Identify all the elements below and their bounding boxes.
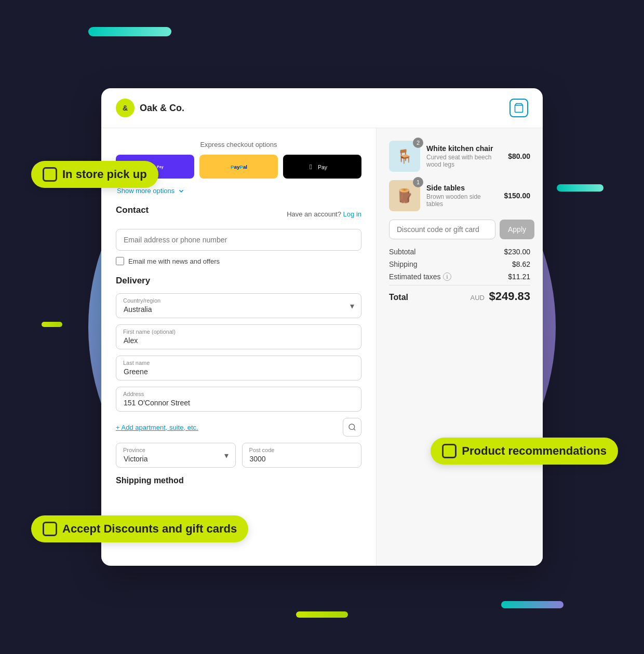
product-recommendations-badge[interactable]: Product recommendations — [431, 438, 618, 465]
search-icon-button[interactable] — [343, 418, 361, 437]
summary-divider — [389, 285, 530, 285]
email-news-checkbox[interactable] — [116, 257, 124, 265]
first-name-wrapper: First name (optional) — [116, 324, 361, 349]
subtotal-label: Subtotal — [389, 248, 415, 256]
item-1-name: White kitchen chair — [426, 144, 502, 153]
right-column: 🪑 2 White kitchen chair Curved seat with… — [377, 128, 543, 566]
order-item-2: 🪵 1 Side tables Brown wooden side tables… — [389, 180, 530, 211]
accept-discounts-label: Accept Discounts and gift cards — [62, 522, 237, 536]
svg-text:Pay: Pay — [317, 164, 327, 170]
province-postcode-row: Province Victoria ▾ Post code — [116, 443, 361, 468]
taxes-label: Estimated taxes — [389, 272, 441, 281]
item-2-name: Side tables — [426, 184, 498, 192]
province-select[interactable]: Victoria — [116, 443, 236, 468]
province-select-wrapper: Province Victoria ▾ — [116, 443, 236, 468]
total-value: $249.83 — [489, 290, 530, 303]
accent-bar-left-mid — [42, 322, 62, 327]
show-more-options[interactable]: Show more options — [117, 187, 361, 195]
last-name-wrapper: Last name — [116, 356, 361, 380]
last-name-input[interactable] — [116, 356, 361, 380]
in-store-pickup-badge[interactable]: In store pick up — [31, 161, 158, 188]
total-label: Total — [389, 293, 408, 302]
taxes-label-row: Estimated taxes ℹ — [389, 272, 451, 281]
svg-text::  — [310, 163, 312, 171]
apple-pay-button[interactable]: Pay  — [283, 155, 361, 179]
subtotal-row: Subtotal $230.00 — [389, 248, 530, 256]
first-name-input[interactable] — [116, 324, 361, 349]
item-2-badge: 1 — [413, 177, 423, 187]
contact-title: Contact — [116, 205, 149, 215]
add-apartment-link[interactable]: + Add apartment, suite, etc. — [116, 424, 198, 431]
taxes-row: Estimated taxes ℹ $11.21 — [389, 272, 530, 281]
item-2-image-wrap: 🪵 1 — [389, 180, 420, 211]
svg-text:PayPal: PayPal — [230, 164, 247, 170]
item-2-price: $150.00 — [504, 192, 530, 200]
cart-icon[interactable] — [509, 99, 528, 117]
product-recommendations-label: Product recommendations — [462, 444, 607, 458]
card-header: & Oak & Co. — [101, 88, 543, 128]
accent-bar-bottom-right — [501, 601, 564, 608]
email-phone-input[interactable] — [116, 229, 361, 251]
accent-bar-bottom-center — [296, 611, 348, 618]
postcode-wrapper: Post code — [242, 443, 362, 468]
show-more-label: Show more options — [117, 187, 175, 195]
country-select[interactable]: Australia — [116, 293, 361, 318]
postcode-input[interactable] — [242, 443, 362, 468]
brand-logo: & Oak & Co. — [116, 99, 184, 117]
subtotal-value: $230.00 — [504, 248, 530, 256]
badge-checkbox-icon-3 — [442, 444, 457, 458]
accent-bar-top — [88, 27, 171, 36]
contact-header-row: Contact Have an account? Log in — [116, 205, 361, 223]
taxes-value: $11.21 — [508, 272, 530, 281]
total-row: Total AUD $249.83 — [389, 290, 530, 303]
have-account-text: Have an account? Log in — [287, 210, 361, 218]
discount-row: Apply — [389, 220, 530, 239]
address-input[interactable] — [116, 387, 361, 412]
accept-discounts-badge[interactable]: Accept Discounts and gift cards — [31, 515, 248, 542]
item-1-badge: 2 — [413, 138, 423, 148]
item-1-price: $80.00 — [508, 152, 530, 160]
badge-checkbox-icon — [43, 167, 57, 182]
total-currency: AUD — [471, 294, 485, 302]
item-1-desc: Curved seat with beech wood legs — [426, 154, 502, 168]
left-column: Express checkout options shop Pay PayPal — [101, 128, 377, 566]
address-wrapper: Address — [116, 387, 361, 412]
shipping-label: Shipping — [389, 260, 418, 268]
svg-point-6 — [349, 424, 355, 430]
svg-line-7 — [354, 429, 355, 430]
shipping-row: Shipping $8.62 — [389, 260, 530, 268]
email-news-label: Email me with news and offers — [128, 257, 220, 265]
item-1-info: White kitchen chair Curved seat with bee… — [426, 144, 502, 168]
delivery-title: Delivery — [116, 276, 361, 286]
order-item-1: 🪑 2 White kitchen chair Curved seat with… — [389, 141, 530, 172]
brand-name: Oak & Co. — [140, 103, 184, 114]
shipping-method-title: Shipping method — [116, 476, 361, 485]
logo-icon: & — [116, 99, 135, 117]
email-news-row: Email me with news and offers — [116, 257, 361, 265]
item-2-info: Side tables Brown wooden side tables — [426, 184, 498, 208]
checkout-card: & Oak & Co. Express checkout options sho… — [101, 88, 543, 566]
item-1-image-wrap: 🪑 2 — [389, 141, 420, 172]
discount-input[interactable] — [389, 220, 495, 239]
shipping-value: $8.62 — [512, 260, 530, 268]
accent-bar-right-mid — [557, 184, 603, 192]
login-link[interactable]: Log in — [343, 210, 361, 218]
chevron-down-icon — [178, 187, 185, 195]
card-body: Express checkout options shop Pay PayPal — [101, 128, 543, 566]
in-store-pickup-label: In store pick up — [62, 168, 147, 181]
paypal-button[interactable]: PayPal — [199, 155, 278, 179]
taxes-info-icon[interactable]: ℹ — [443, 272, 451, 281]
country-select-wrapper: Country/region Australia ▾ — [116, 293, 361, 318]
item-2-desc: Brown wooden side tables — [426, 193, 498, 208]
badge-checkbox-icon-2 — [43, 522, 57, 536]
total-amount: AUD $249.83 — [471, 290, 530, 303]
express-checkout-label: Express checkout options — [116, 141, 361, 148]
apply-button[interactable]: Apply — [500, 220, 534, 239]
